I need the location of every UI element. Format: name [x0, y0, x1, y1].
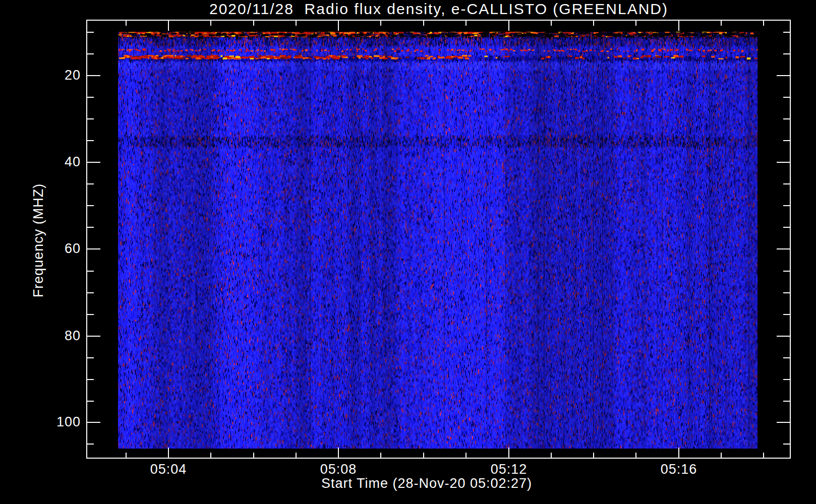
y-axis-tick	[87, 140, 94, 141]
y-axis-tick	[87, 227, 94, 228]
x-axis-tick	[380, 453, 381, 458]
x-axis-tick	[126, 21, 127, 26]
x-axis-tick	[253, 21, 254, 26]
x-axis-tick	[593, 453, 594, 458]
x-axis-label: Start Time (28-Nov-20 05:02:27)	[250, 476, 603, 491]
y-axis-tick	[777, 336, 790, 337]
spectrogram-page: 2020/11/28 Radio flux density, e-CALLIST…	[0, 0, 816, 504]
y-axis-tick	[783, 292, 790, 293]
y-axis-tick	[777, 162, 790, 163]
x-axis-tick	[253, 453, 254, 458]
x-axis-tick	[126, 453, 127, 458]
y-axis-tick	[87, 357, 94, 358]
x-axis-tick	[763, 453, 764, 458]
y-axis-tick	[87, 75, 100, 76]
y-axis-tick	[783, 53, 790, 54]
x-tick-label: 05:12	[469, 462, 549, 477]
plot-title: 2020/11/28 Radio flux density, e-CALLIST…	[87, 1, 791, 18]
plot-frame	[86, 20, 791, 459]
x-tick-label: 05:08	[298, 462, 379, 477]
y-axis-tick	[783, 227, 790, 228]
y-axis-label: Frequency (MHZ)	[31, 183, 46, 298]
y-axis-tick	[87, 314, 94, 315]
x-axis-tick	[465, 453, 467, 458]
x-axis-tick	[721, 453, 722, 458]
y-axis-tick	[87, 379, 94, 380]
y-axis-tick	[783, 32, 790, 33]
x-axis-tick	[465, 21, 467, 26]
y-tick-label: 100	[20, 414, 81, 430]
x-axis-tick	[210, 21, 211, 26]
x-axis-tick	[593, 21, 594, 26]
x-axis-tick	[210, 453, 211, 458]
x-axis-tick	[296, 453, 297, 458]
y-axis-tick	[87, 53, 94, 54]
y-axis-tick	[87, 162, 100, 163]
y-axis-tick	[87, 97, 94, 98]
y-axis-tick	[87, 118, 94, 119]
y-axis-tick	[87, 336, 100, 337]
y-axis-tick	[783, 271, 790, 272]
x-axis-tick	[678, 21, 679, 31]
x-tick-label: 05:16	[638, 462, 719, 477]
x-axis-tick	[423, 21, 424, 26]
y-axis-tick	[87, 205, 94, 206]
x-axis-tick	[721, 21, 722, 26]
y-axis-tick	[783, 379, 790, 380]
y-axis-tick	[87, 32, 94, 33]
y-axis-tick	[783, 401, 790, 402]
x-axis-tick	[551, 21, 552, 26]
y-axis-tick	[777, 75, 790, 76]
y-axis-tick	[783, 183, 790, 184]
x-axis-tick	[763, 21, 764, 26]
x-axis-tick	[168, 21, 169, 31]
x-axis-tick	[168, 448, 169, 458]
y-axis-tick	[87, 183, 94, 184]
x-axis-tick	[678, 448, 679, 458]
x-axis-tick	[296, 21, 297, 26]
y-axis-tick	[87, 401, 94, 402]
y-axis-tick	[87, 248, 100, 249]
x-axis-tick	[338, 21, 339, 31]
y-axis-tick	[87, 444, 94, 445]
y-axis-tick	[87, 292, 94, 293]
y-tick-label: 60	[20, 241, 81, 257]
x-axis-tick	[551, 453, 552, 458]
x-axis-tick	[338, 448, 339, 458]
y-axis-tick	[783, 205, 790, 206]
x-tick-label: 05:04	[128, 462, 209, 477]
x-axis-tick	[423, 453, 424, 458]
x-axis-tick	[635, 21, 636, 26]
x-axis-tick	[380, 21, 381, 26]
y-axis-tick	[783, 118, 790, 119]
y-axis-tick	[777, 248, 790, 249]
x-axis-tick	[635, 453, 636, 458]
y-tick-label: 80	[20, 328, 81, 344]
y-axis-tick	[783, 444, 790, 445]
x-axis-tick	[508, 21, 509, 31]
x-axis-tick	[508, 448, 509, 458]
y-axis-tick	[777, 422, 790, 423]
y-tick-label: 40	[20, 154, 81, 170]
y-axis-tick	[783, 140, 790, 141]
y-axis-tick	[87, 422, 100, 423]
y-axis-tick	[783, 357, 790, 358]
y-tick-label: 20	[20, 68, 81, 83]
y-axis-tick	[783, 314, 790, 315]
y-axis-tick	[783, 97, 790, 98]
y-axis-tick	[87, 271, 94, 272]
